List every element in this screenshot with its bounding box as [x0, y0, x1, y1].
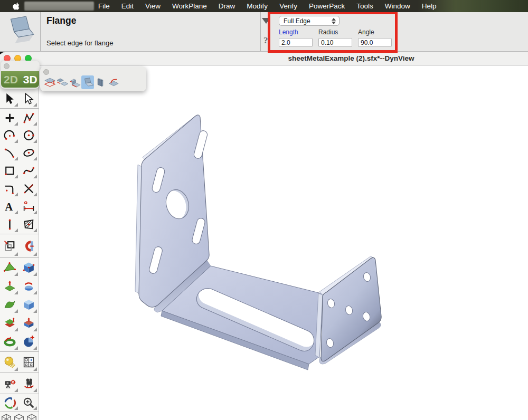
menu-item-view[interactable]: View	[145, 2, 161, 10]
tool-cursor-open[interactable]	[19, 90, 38, 108]
extrude-icon	[3, 280, 16, 293]
tool-polyline[interactable]	[19, 109, 38, 127]
viewport-canvas[interactable]	[0, 65, 528, 420]
cross-icon	[22, 182, 35, 195]
tool-pie[interactable]	[19, 332, 38, 351]
toolbar-row	[0, 374, 39, 393]
param-label-angle: Angle	[358, 28, 395, 36]
param-input-radius[interactable]	[318, 38, 352, 47]
mode-3d-button[interactable]: 3D	[23, 73, 37, 86]
tool-wedge[interactable]	[19, 314, 38, 332]
param-field-angle: Angle	[358, 28, 395, 47]
tool-spline[interactable]	[19, 161, 38, 179]
ellipse-icon	[22, 146, 35, 159]
offset-icon	[3, 240, 16, 253]
toolbar-divider	[0, 351, 39, 352]
model-3d-bracket	[0, 65, 528, 420]
sheetmetal-tool-bend[interactable]	[107, 75, 119, 89]
tool-wire-cube[interactable]	[13, 413, 25, 420]
tool-cube[interactable]	[19, 259, 38, 277]
mode-2d-button[interactable]: 2D	[4, 73, 18, 86]
tool-surface[interactable]	[0, 295, 19, 314]
toolbar-divider	[0, 412, 39, 412]
menu-item-edit[interactable]: Edit	[121, 2, 134, 10]
document-titlebar: sheetMetalExample (2).sfx*--DynView	[0, 52, 528, 66]
param-label-length: Length	[279, 28, 316, 36]
movie-icon	[22, 377, 35, 390]
tool-segment[interactable]	[0, 215, 19, 233]
menu-item-tools[interactable]: Tools	[356, 2, 373, 10]
tool-ellipse[interactable]	[19, 144, 38, 161]
document-title: sheetMetalExample (2).sfx*--DynView	[246, 54, 457, 62]
menu-item-verify[interactable]: Verify	[279, 2, 297, 10]
menu-item-help[interactable]: Help	[422, 2, 437, 10]
select-stepper-icon	[331, 17, 336, 24]
tool-stack[interactable]	[0, 314, 19, 332]
toolbar-row	[0, 109, 39, 127]
polyline-icon	[22, 111, 35, 125]
toolbar-divider	[0, 234, 39, 234]
text-icon	[3, 200, 16, 213]
sheetmetal-tool-flat-pattern[interactable]	[43, 75, 56, 89]
tool-camera[interactable]	[0, 374, 19, 393]
menu-item-window[interactable]: Window	[385, 2, 410, 10]
tool-circle[interactable]	[19, 127, 38, 144]
toolbar-row	[0, 90, 39, 108]
tool-point[interactable]	[0, 109, 19, 127]
tool-plane[interactable]	[0, 259, 19, 277]
tool-wire-x[interactable]	[0, 413, 13, 420]
apple-icon[interactable]	[13, 2, 21, 10]
menu-item-powerpack[interactable]: PowerPack	[309, 2, 345, 10]
tool-magnet[interactable]	[19, 235, 38, 257]
tool-cursor-filled[interactable]	[0, 90, 19, 108]
menu-item-modify[interactable]: Modify	[247, 2, 268, 10]
surface-icon	[3, 298, 16, 311]
menu-item-draw[interactable]: Draw	[219, 2, 235, 10]
hatch-icon	[22, 218, 35, 231]
wire-x-icon	[1, 413, 12, 420]
tool-dimension[interactable]	[19, 197, 38, 215]
palette-close-icon[interactable]	[43, 69, 49, 75]
plane-icon	[3, 261, 16, 274]
tool-cross[interactable]	[19, 179, 38, 197]
tool-torus[interactable]	[0, 332, 19, 351]
tool-sphere[interactable]	[0, 352, 19, 372]
sm-flat-icon	[44, 77, 56, 88]
tool-wire-mixed[interactable]	[25, 413, 38, 420]
menu-items: FileEditViewWorkPlaneDrawModifyVerifyPow…	[98, 0, 436, 12]
tool-cube-light[interactable]	[19, 295, 38, 314]
tool-offset[interactable]	[0, 235, 19, 257]
toolbar-row	[0, 179, 39, 197]
magnet-icon	[22, 240, 35, 253]
param-field-radius: Radius	[318, 28, 355, 47]
sphere-icon	[3, 356, 16, 369]
sheetmetal-tool-jog[interactable]	[69, 75, 81, 89]
param-input-length[interactable]	[279, 38, 313, 47]
param-input-angle[interactable]	[358, 38, 392, 47]
menu-item-file[interactable]: File	[98, 2, 110, 10]
tool-movie[interactable]	[19, 374, 38, 393]
camera-icon	[3, 377, 16, 390]
tool-orbit[interactable]	[0, 395, 19, 411]
tool-arc[interactable]	[0, 127, 19, 144]
palette-close-icon[interactable]	[4, 63, 10, 69]
panes-icon	[22, 356, 35, 369]
tool-rect[interactable]	[0, 161, 19, 179]
tool-extrude[interactable]	[0, 277, 19, 295]
sheetmetal-tool-wall[interactable]	[94, 75, 107, 89]
sheetmetal-tool-flange[interactable]	[81, 75, 94, 89]
tool-hatch[interactable]	[19, 215, 38, 233]
tool-header-strip: Flange Select edge for flange ?	[0, 12, 528, 52]
tool-corner[interactable]	[0, 179, 19, 197]
sheetmetal-tool-base-tab[interactable]	[56, 75, 69, 89]
sm-jog-icon	[69, 77, 81, 88]
toolbar-divider	[0, 257, 39, 258]
menu-item-workplane[interactable]: WorkPlane	[172, 2, 207, 10]
tool-text[interactable]	[0, 197, 19, 215]
toolbar-row	[0, 295, 39, 314]
tool-zoom[interactable]	[19, 395, 38, 411]
tool-curve[interactable]	[0, 144, 19, 161]
tool-panes[interactable]	[19, 352, 38, 372]
tool-revolve[interactable]	[19, 277, 38, 295]
edge-mode-select[interactable]: Full Edge	[279, 16, 340, 26]
